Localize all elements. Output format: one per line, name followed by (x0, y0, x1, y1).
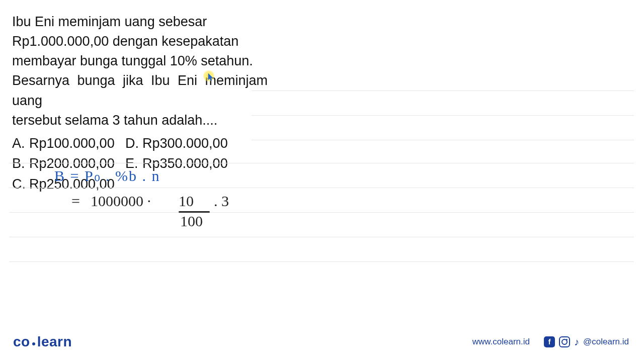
handwriting-equals: = (71, 193, 80, 210)
social-handle: @colearn.id (583, 337, 629, 347)
instagram-icon (559, 336, 570, 347)
handwriting-frac-top: 10 (179, 193, 194, 210)
problem-line-2: Rp1.000.000,00 dengan kesepakatan (12, 32, 268, 51)
handwriting-principal: 1000000 · (91, 193, 151, 210)
logo: co learn (13, 334, 72, 350)
tiktok-icon: ♪ (574, 336, 579, 347)
logo-dot-icon (32, 342, 35, 345)
social-block: f ♪ @colearn.id (544, 336, 629, 347)
problem-line-5: tersebut selama 3 tahun adalah.... (12, 111, 268, 130)
logo-right: learn (37, 334, 72, 350)
ruled-lines-top (252, 90, 634, 140)
problem-line-1: Ibu Eni meminjam uang sebesar (12, 12, 268, 32)
footer: co learn www.colearn.id f ♪ @colearn.id (0, 334, 644, 350)
handwriting-tail: . 3 (214, 193, 229, 210)
logo-left: co (13, 334, 30, 350)
problem-line-4: Besarnya bunga jika Ibu Eni meminjam uan… (12, 71, 268, 110)
footer-url: www.colearn.id (472, 337, 530, 347)
option-D: Rp300.000,00 (142, 136, 228, 151)
handwriting-frac-bottom: 100 (180, 213, 203, 230)
problem-line-3: membayar bunga tunggal 10% setahun. (12, 51, 268, 71)
handwriting-formula: B = P₀ . %b . n (54, 167, 160, 185)
option-A: Rp100.000,00 (29, 136, 115, 151)
facebook-icon: f (544, 336, 555, 347)
